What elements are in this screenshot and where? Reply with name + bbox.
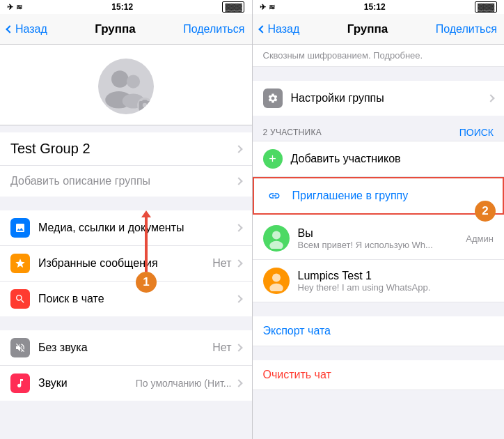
favorites-content: Избранные сообщения [38, 257, 212, 270]
screen-left: ✈ ≋ 15:12 ▓▓▓ Назад Группа Поделиться [0, 0, 252, 439]
mute-content: Без звука [38, 341, 212, 354]
group-settings-row[interactable]: Настройки группы [253, 81, 505, 116]
circle-badge-container-2: 2 [475, 201, 496, 222]
media-chevron [235, 224, 242, 231]
participant-info-1: Вы Всем привет! Я использую Wh... [298, 227, 466, 250]
search-content: Поиск в чате [38, 293, 236, 305]
mute-icon [15, 342, 26, 353]
search-chevron [235, 295, 242, 302]
participant-info-2: Lumpics Test 1 Hey there! I am using Wha… [298, 270, 494, 293]
avatar-section [0, 45, 252, 125]
menu-section-1: Медиа, ссылки и документы Избранные сооб… [0, 210, 252, 316]
status-bar-left: ✈ ≋ 15:12 ▓▓▓ [0, 0, 252, 14]
participant-avatar-icon-2 [266, 270, 287, 291]
back-button-right[interactable]: Назад [260, 23, 300, 36]
airplane-icon-r: ✈ [260, 3, 266, 12]
group-name-row[interactable]: Test Group 2 [0, 132, 252, 166]
participants-section: + Добавить участников Приглашение в груп… [253, 141, 505, 302]
svg-point-6 [272, 274, 281, 282]
add-description-row[interactable]: Добавить описание группы [0, 166, 252, 197]
content-left: Test Group 2 Добавить описание группы Ме… [0, 45, 252, 439]
invite-link-label: Приглашение в группу [292, 190, 409, 202]
share-button-left[interactable]: Поделиться [183, 23, 244, 36]
link-icon [268, 190, 281, 202]
favorites-row[interactable]: Избранные сообщения Нет [0, 246, 252, 282]
gap-r4 [253, 346, 505, 353]
mute-label: Без звука [38, 341, 88, 353]
gap-1 [0, 197, 252, 203]
sounds-chevron [235, 379, 242, 387]
search-label: Поиск в чате [38, 293, 104, 305]
settings-content: Настройки группы [291, 92, 489, 105]
status-icons-left: ✈ ≋ [7, 3, 22, 12]
svg-point-5 [269, 241, 283, 249]
favorites-icon [10, 254, 30, 273]
participant-avatar-icon-1 [266, 228, 287, 249]
svg-point-4 [272, 231, 281, 240]
gap-r2 [253, 116, 505, 123]
sounds-row[interactable]: Звуки По умолчанию (Нит... [0, 366, 252, 401]
gap-r3 [253, 302, 505, 309]
invite-link-row[interactable]: Приглашение в группу 2 [253, 177, 505, 215]
participant-row-1[interactable]: Вы Всем привет! Я использую Wh... Админ [253, 217, 505, 260]
group-name: Test Group 2 [10, 141, 236, 157]
mute-icon-box [10, 338, 30, 357]
clear-chat-button[interactable]: Очистить чат [253, 360, 505, 390]
add-description-text: Добавить описание группы [10, 175, 150, 187]
settings-label: Настройки группы [291, 92, 384, 104]
search-icon [15, 293, 26, 305]
svg-point-7 [269, 284, 283, 291]
settings-icon-box [263, 88, 283, 108]
participant-name-2: Lumpics Test 1 [298, 270, 494, 282]
participant-row-2[interactable]: Lumpics Test 1 Hey there! I am using Wha… [253, 260, 505, 302]
camera-badge[interactable] [137, 98, 152, 113]
star-icon [15, 258, 26, 269]
mute-row[interactable]: Без звука Нет [0, 330, 252, 366]
participant-status-1: Всем привет! Я использую Wh... [298, 240, 466, 250]
media-content: Медиа, ссылки и документы [38, 222, 236, 234]
group-avatar[interactable] [98, 59, 154, 114]
clear-section: Очистить чат [253, 360, 505, 390]
back-label-right: Назад [268, 23, 300, 36]
add-participant-row[interactable]: + Добавить участников [253, 141, 505, 177]
favorites-value: Нет [212, 257, 231, 270]
media-row[interactable]: Медиа, ссылки и документы [0, 210, 252, 246]
nav-bar-left: Назад Группа Поделиться [0, 14, 252, 45]
sounds-value: По умолчанию (Нит... [136, 378, 232, 389]
export-chat-button[interactable]: Экспорт чата [253, 316, 505, 346]
battery-icon-right: ▓▓▓ [475, 1, 497, 13]
battery-area-right: ▓▓▓ [475, 1, 497, 13]
battery-area-left: ▓▓▓ [222, 1, 244, 13]
battery-icon-left: ▓▓▓ [222, 1, 244, 13]
favorites-label: Избранные сообщения [38, 257, 158, 269]
back-chevron-right [258, 25, 266, 33]
gear-icon [267, 93, 278, 104]
time-left: 15:12 [111, 2, 133, 12]
image-icon [15, 222, 26, 233]
status-icons-right: ✈ ≋ [260, 3, 275, 12]
back-button-left[interactable]: Назад [7, 23, 47, 36]
search-icon-box [10, 289, 30, 309]
media-icon [10, 218, 30, 238]
menu-section-2: Без звука Нет Звуки По умолчанию (Нит... [0, 330, 252, 401]
screen-right: ✈ ≋ 15:12 ▓▓▓ Назад Группа Поделиться Ск… [253, 0, 505, 439]
music-icon [15, 378, 26, 389]
settings-section: Настройки группы [253, 81, 505, 116]
participant-avatar-1 [263, 225, 290, 252]
sounds-content: Звуки [38, 377, 136, 390]
share-button-right[interactable]: Поделиться [436, 23, 497, 36]
search-participants-button[interactable]: ПОИСК [459, 127, 494, 138]
nav-bar-right: Назад Группа Поделиться [253, 14, 505, 45]
participants-count-label: 2 УЧАСТНИКА [263, 128, 322, 137]
invite-icon [265, 186, 284, 206]
add-participant-icon: + [263, 149, 283, 169]
circle-badge-2: 2 [475, 201, 496, 222]
search-row[interactable]: Поиск в чате [0, 282, 252, 316]
camera-icon [137, 81, 152, 114]
add-desc-chevron [235, 177, 242, 185]
media-label: Медиа, ссылки и документы [38, 222, 184, 233]
participant-status-2: Hey there! I am using WhatsApp. [298, 282, 494, 293]
wifi-icon: ≋ [16, 3, 22, 12]
export-section: Экспорт чата [253, 316, 505, 346]
settings-chevron [487, 94, 494, 102]
